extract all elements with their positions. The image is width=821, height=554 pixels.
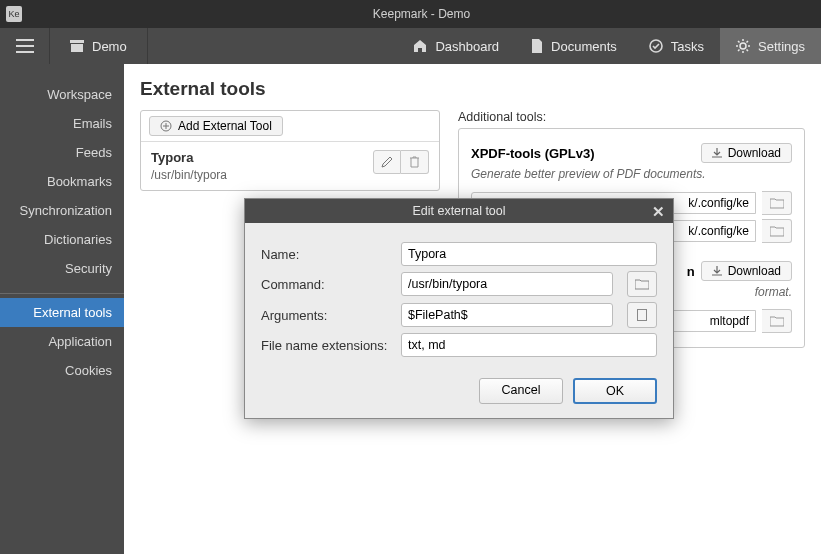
plus-circle-icon xyxy=(160,120,172,132)
nav-documents-label: Documents xyxy=(551,39,617,54)
wkhtml-path-browse-button[interactable] xyxy=(762,309,792,333)
command-browse-button[interactable] xyxy=(627,271,657,297)
edit-tool-button[interactable] xyxy=(373,150,401,174)
delete-tool-button[interactable] xyxy=(401,150,429,174)
field-label-command: Command: xyxy=(261,277,391,292)
window-titlebar: Ke Keepmark - Demo xyxy=(0,0,821,28)
trash-icon xyxy=(409,156,420,168)
add-external-tool-label: Add External Tool xyxy=(178,119,272,133)
wkhtml-download-label: Download xyxy=(728,264,781,278)
svg-point-3 xyxy=(740,43,746,49)
sidebar-item-external-tools[interactable]: External tools xyxy=(0,298,124,327)
xpdf-path-1-browse-button[interactable] xyxy=(762,191,792,215)
sidebar-item-synchronization[interactable]: Synchronization xyxy=(0,196,124,225)
project-tab-demo[interactable]: Demo xyxy=(50,28,148,64)
edit-external-tool-dialog: Edit external tool ✕ Name: Command: Argu… xyxy=(244,198,674,419)
pencil-icon xyxy=(381,156,393,168)
dialog-close-button[interactable]: ✕ xyxy=(652,203,665,221)
svg-rect-0 xyxy=(70,40,84,43)
folder-icon xyxy=(635,279,649,290)
ok-button[interactable]: OK xyxy=(573,378,657,404)
additional-tools-label: Additional tools: xyxy=(458,110,805,124)
external-tools-panel: Add External Tool Typora /usr/bin/typora xyxy=(140,110,440,191)
nav-settings[interactable]: Settings xyxy=(720,28,821,64)
nav-dashboard[interactable]: Dashboard xyxy=(397,28,515,64)
settings-sidebar: Workspace Emails Feeds Bookmarks Synchro… xyxy=(0,64,124,554)
hamburger-icon xyxy=(16,39,34,53)
xpdf-download-label: Download xyxy=(728,146,781,160)
sidebar-item-application[interactable]: Application xyxy=(0,327,124,356)
download-icon xyxy=(712,266,722,276)
command-input[interactable] xyxy=(401,272,613,296)
arguments-input[interactable] xyxy=(401,303,613,327)
window-title: Keepmark - Demo xyxy=(22,7,821,21)
dialog-titlebar: Edit external tool ✕ xyxy=(245,199,673,223)
nav-documents[interactable]: Documents xyxy=(515,28,633,64)
wkhtml-download-button[interactable]: Download xyxy=(701,261,792,281)
top-navbar: Demo Dashboard Documents Tasks Settings xyxy=(0,28,821,64)
sidebar-divider xyxy=(0,293,124,294)
home-icon xyxy=(413,39,427,53)
check-circle-icon xyxy=(649,39,663,53)
xpdf-title: XPDF-tools (GPLv3) xyxy=(471,146,695,161)
insert-macro-icon xyxy=(637,309,647,321)
folder-icon xyxy=(770,316,784,327)
sidebar-item-emails[interactable]: Emails xyxy=(0,109,124,138)
document-icon xyxy=(531,39,543,53)
tool-command: /usr/bin/typora xyxy=(151,168,227,182)
dialog-title-text: Edit external tool xyxy=(412,204,505,218)
gear-icon xyxy=(736,39,750,53)
tool-name: Typora xyxy=(151,150,227,165)
folder-icon xyxy=(770,226,784,237)
sidebar-item-bookmarks[interactable]: Bookmarks xyxy=(0,167,124,196)
archive-icon xyxy=(70,40,84,52)
cancel-button[interactable]: Cancel xyxy=(479,378,563,404)
field-label-extensions: File name extensions: xyxy=(261,338,391,353)
folder-icon xyxy=(770,198,784,209)
sidebar-item-cookies[interactable]: Cookies xyxy=(0,356,124,385)
nav-settings-label: Settings xyxy=(758,39,805,54)
download-icon xyxy=(712,148,722,158)
extensions-input[interactable] xyxy=(401,333,657,357)
xpdf-download-button[interactable]: Download xyxy=(701,143,792,163)
nav-tasks-label: Tasks xyxy=(671,39,704,54)
field-label-arguments: Arguments: xyxy=(261,308,391,323)
project-tab-label: Demo xyxy=(92,39,127,54)
name-input[interactable] xyxy=(401,242,657,266)
sidebar-item-workspace[interactable]: Workspace xyxy=(0,80,124,109)
nav-dashboard-label: Dashboard xyxy=(435,39,499,54)
field-label-name: Name: xyxy=(261,247,391,262)
svg-rect-1 xyxy=(71,44,83,52)
menu-button[interactable] xyxy=(0,28,50,64)
svg-rect-5 xyxy=(638,310,647,321)
add-external-tool-button[interactable]: Add External Tool xyxy=(149,116,283,136)
tool-list-item[interactable]: Typora /usr/bin/typora xyxy=(141,142,439,190)
sidebar-item-feeds[interactable]: Feeds xyxy=(0,138,124,167)
page-title: External tools xyxy=(140,78,805,100)
topbar-spacer xyxy=(148,28,398,64)
xpdf-description: Generate better preview of PDF documents… xyxy=(471,167,792,181)
xpdf-path-2-browse-button[interactable] xyxy=(762,219,792,243)
sidebar-item-security[interactable]: Security xyxy=(0,254,124,283)
sidebar-item-dictionaries[interactable]: Dictionaries xyxy=(0,225,124,254)
app-icon: Ke xyxy=(6,6,22,22)
arguments-macro-button[interactable] xyxy=(627,302,657,328)
nav-tasks[interactable]: Tasks xyxy=(633,28,720,64)
